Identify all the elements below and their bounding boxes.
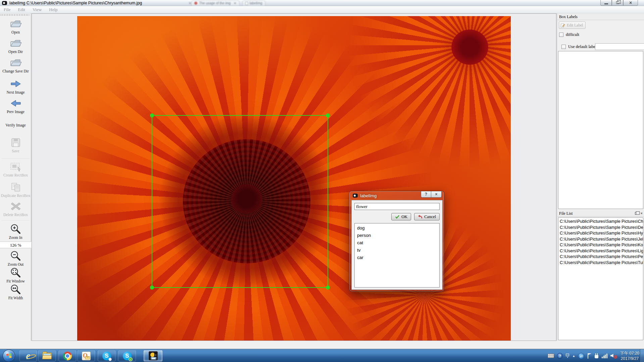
action-center-flag-icon[interactable] [587, 353, 591, 359]
label-suggestion-list[interactable]: dog person cat tv car [354, 223, 440, 288]
open-button[interactable]: Open [0, 18, 31, 35]
menu-help[interactable]: Help [45, 7, 61, 12]
internet-explorer-icon: e [26, 351, 31, 361]
file-list-item[interactable]: C:\Users\Public\Pictures\Sample Pictures… [558, 219, 643, 225]
label-option[interactable]: person [357, 232, 439, 239]
verify-image-button[interactable]: Verify Image [0, 122, 31, 127]
dialog-help-button[interactable]: ? [421, 191, 431, 198]
skype-icon: S [102, 352, 111, 360]
menu-file[interactable]: File [0, 7, 14, 12]
fit-width-icon [0, 284, 31, 295]
taskbar-skype-online-button[interactable]: S✓ [118, 350, 136, 361]
label-option[interactable]: dog [357, 224, 439, 232]
edit-label-button[interactable]: Edit Label [559, 21, 586, 29]
check-icon [395, 215, 400, 219]
bbox-handle-bottomright[interactable] [326, 286, 330, 290]
label-option[interactable]: tv [357, 247, 439, 254]
dock-float-icon[interactable] [635, 212, 638, 215]
file-list[interactable]: C:\Users\Public\Pictures\Sample Pictures… [558, 217, 643, 340]
window-controls: × [600, 0, 638, 6]
help-icon[interactable]: ? [557, 353, 563, 359]
default-label-input[interactable] [595, 43, 644, 50]
bbox-handle-topleft[interactable] [150, 113, 154, 117]
taskbar-separator [97, 351, 97, 361]
fit-width-button[interactable]: Fit Width [0, 284, 31, 300]
keyboard-icon[interactable] [548, 354, 554, 358]
taskbar-internet-explorer-button[interactable]: e [19, 350, 37, 361]
label-option[interactable]: cat [357, 239, 439, 247]
dialog-title-bar[interactable]: labelImg ? × [349, 191, 444, 200]
taskbar-explorer-button[interactable] [38, 350, 56, 361]
zoom-in-button[interactable]: Zoom In [0, 223, 31, 240]
zoom-percent-field[interactable]: 126 % [0, 242, 31, 248]
box-labels-header[interactable]: Box Labels [557, 14, 644, 20]
label-name-input[interactable] [354, 203, 440, 210]
delete-rectbox-button[interactable]: Delete RectBox [0, 201, 31, 217]
bbox-handle-topright[interactable] [326, 113, 330, 117]
file-list-item[interactable]: C:\Users\Public\Pictures\Sample Pictures… [558, 248, 643, 254]
background-browser-tabs: ✕ The usage of the img ✕ labelImg [187, 0, 268, 6]
background-tab-1[interactable]: The usage of the img ✕ [191, 0, 239, 6]
zoom-out-icon [0, 250, 31, 262]
title-bar[interactable]: labelImg C:\Users\Public\Pictures\Sample… [0, 0, 644, 6]
skype-online-icon: S✓ [123, 352, 132, 360]
taskbar-labelimg-button[interactable]: › [144, 350, 162, 361]
show-hidden-icons[interactable]: ▲ [572, 354, 575, 358]
cancel-button[interactable]: Cancel [414, 213, 440, 220]
sync-icon[interactable]: ⇄ [578, 353, 584, 359]
file-list-item[interactable]: C:\Users\Public\Pictures\Sample Pictures… [558, 254, 643, 260]
language-bar-icon[interactable]: ▾ [566, 354, 569, 358]
folder-open-icon [0, 57, 31, 68]
close-button[interactable]: × [623, 0, 638, 6]
toolbar-separator [2, 159, 30, 159]
dialog-close-button[interactable]: × [431, 191, 442, 198]
taskbar-skype-button[interactable]: S [98, 350, 115, 361]
start-button[interactable] [3, 350, 15, 362]
taskbar-clock[interactable]: 下午 07:20 2017/9/27 [620, 351, 639, 361]
fit-window-button[interactable]: Fit Window [0, 267, 31, 283]
box-labels-list[interactable] [558, 51, 643, 209]
prev-image-button[interactable]: Prev Image [0, 98, 31, 114]
menu-view[interactable]: View [29, 7, 45, 12]
difficult-checkbox[interactable] [559, 33, 563, 37]
change-save-dir-button[interactable]: Change Save Dir [0, 57, 31, 73]
window-title: labelImg C:\Users\Public\Pictures\Sample… [9, 1, 142, 5]
network-signal-icon[interactable] [602, 353, 607, 358]
file-list-header[interactable]: File List × [557, 210, 644, 217]
file-list-item[interactable]: C:\Users\Public\Pictures\Sample Pictures… [558, 225, 643, 231]
file-list-item[interactable]: C:\Users\Public\Pictures\Sample Pictures… [558, 242, 643, 248]
toolbar-drag-handle[interactable] [1, 14, 30, 16]
file-list-item[interactable]: C:\Users\Public\Pictures\Sample Pictures… [558, 260, 643, 266]
minimize-button[interactable] [600, 0, 612, 6]
restore-button[interactable] [612, 0, 623, 6]
taskbar-separator [117, 351, 117, 361]
file-list-item[interactable]: C:\Users\Public\Pictures\Sample Pictures… [558, 237, 643, 243]
background-tab-2[interactable]: labelImg [242, 0, 265, 6]
bounding-box[interactable] [152, 115, 328, 288]
create-rectbox-button[interactable]: Create RectBox [0, 161, 31, 177]
ok-button[interactable]: OK [391, 213, 411, 220]
file-list-item[interactable]: C:\Users\Public\Pictures\Sample Pictures… [558, 230, 643, 237]
save-button[interactable]: Save [0, 137, 31, 153]
close-icon: × [629, 0, 632, 5]
zoom-in-icon [0, 223, 31, 235]
folder-open-icon [0, 38, 31, 49]
use-default-label-checkbox[interactable] [561, 45, 566, 49]
taskbar: e O S S✓ › ? ▾ ▲ ⇄ [0, 349, 644, 362]
zoom-out-button[interactable]: Zoom Out [0, 250, 31, 267]
tab-close-icon[interactable]: ✕ [234, 1, 236, 5]
duplicate-rectbox-button[interactable]: Duplicate RectBox [0, 182, 31, 198]
open-dir-button[interactable]: Open Dir [0, 38, 31, 54]
label-dialog[interactable]: labelImg ? × OK Cancel dog person [349, 191, 444, 292]
show-desktop-button[interactable] [640, 349, 644, 362]
label-option[interactable]: car [357, 254, 439, 261]
background-tab-close-icon[interactable]: ✕ [189, 1, 191, 5]
bbox-handle-bottomleft[interactable] [150, 286, 154, 290]
taskbar-chrome-button[interactable] [59, 350, 76, 361]
volume-muted-icon[interactable] [610, 353, 617, 359]
dock-close-icon[interactable]: × [640, 211, 643, 215]
menu-edit[interactable]: Edit [14, 7, 29, 12]
safely-remove-hardware-icon[interactable] [594, 353, 599, 358]
taskbar-outlook-button[interactable]: O [78, 350, 95, 361]
next-image-button[interactable]: Next Image [0, 78, 31, 95]
